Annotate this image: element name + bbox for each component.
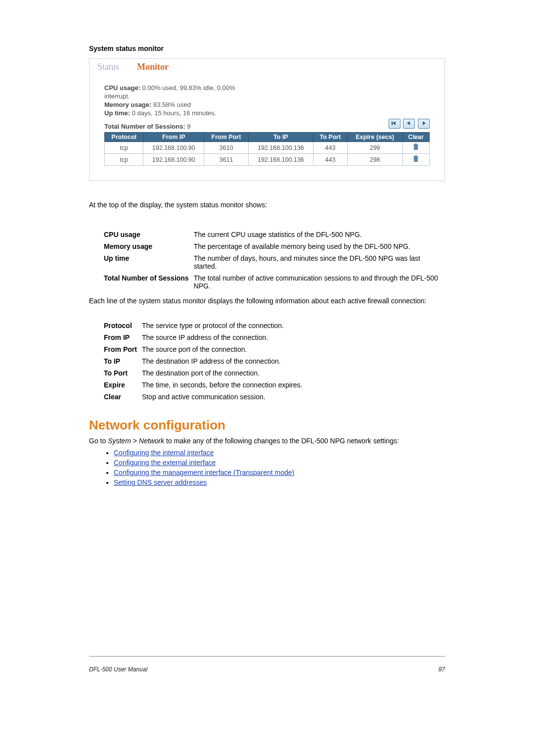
definition-desc: The number of days, hours, and minutes s… (194, 252, 445, 272)
col-defs-table: ProtocolThe service type or protocol of … (104, 320, 307, 403)
list-item: Configuring the management interface (Tr… (114, 469, 445, 476)
cell-to-ip: 192.168.100.136 (248, 142, 313, 154)
svg-rect-8 (413, 156, 418, 157)
footer-divider (89, 656, 445, 657)
definition-row: Memory usageThe percentage of available … (104, 240, 445, 252)
svg-rect-4 (414, 145, 418, 150)
cell-expire: 298 (347, 154, 402, 166)
network-links-list: Configuring the internal interfaceConfig… (114, 449, 445, 486)
definition-term: Clear (104, 391, 142, 403)
definition-term: Up time (104, 252, 194, 272)
definition-term: Expire (104, 379, 142, 391)
net-intro-pre: Go to (89, 437, 108, 445)
definition-row: To PortThe destination port of the conne… (104, 367, 307, 379)
definition-term: To Port (104, 367, 142, 379)
definition-term: From IP (104, 331, 142, 343)
definition-desc: The percentage of available memory being… (194, 240, 445, 252)
table-row: tcp192.168.100.903610192.168.100.1364432… (105, 142, 430, 154)
net-intro-post: to make any of the following changes to … (164, 437, 399, 445)
col-from-port: From Port (204, 133, 248, 142)
cpu-usage-label: CPU usage: (104, 84, 140, 92)
definition-term: Memory usage (104, 240, 194, 252)
page-next-icon[interactable] (418, 119, 430, 129)
cell-protocol: tcp (105, 142, 143, 154)
definition-term: CPU usage (104, 229, 194, 240)
definition-desc: The current CPU usage statistics of the … (194, 229, 445, 240)
doc-link[interactable]: Setting DNS server addresses (114, 478, 207, 486)
tab-status[interactable]: Status (93, 61, 123, 73)
definition-desc: The destination port of the connection. (142, 367, 308, 379)
svg-marker-3 (423, 121, 426, 125)
list-item: Setting DNS server addresses (114, 478, 445, 486)
top-defs-table: CPU usageThe current CPU usage statistic… (104, 229, 445, 292)
definition-row: CPU usageThe current CPU usage statistic… (104, 229, 445, 240)
svg-rect-7 (414, 157, 418, 162)
col-clear: Clear (402, 133, 430, 142)
definition-desc: Stop and active communication session. (142, 391, 308, 403)
section-heading: System status monitor (89, 45, 445, 52)
cell-clear (402, 154, 430, 166)
uptime-value: 0 days, 15 hours, 16 minutes. (132, 109, 217, 117)
list-item: Configuring the internal interface (114, 449, 445, 457)
col-expire: Expire (secs) (347, 133, 402, 142)
col-to-ip: To IP (248, 133, 313, 142)
cell-to-port: 443 (313, 154, 348, 166)
table-row: tcp192.168.100.903611192.168.100.1364432… (105, 154, 430, 166)
svg-marker-0 (393, 121, 396, 125)
page-number: 87 (439, 666, 445, 673)
cell-expire: 299 (347, 142, 402, 154)
net-intro-breadcrumb: System > Network (108, 437, 164, 445)
cell-from-ip: 192.168.100.90 (143, 154, 204, 166)
definition-desc: The source port of the connection. (142, 343, 308, 355)
sessions-table: Protocol From IP From Port To IP To Port… (104, 132, 430, 166)
doc-link[interactable]: Configuring the management interface (Tr… (114, 469, 294, 476)
definition-row: Total Number of SessionsThe total number… (104, 272, 445, 292)
col-from-ip: From IP (143, 133, 204, 142)
cpu-usage-value: 0.00% used, 99.83% idle, 0.00% (142, 84, 235, 92)
svg-marker-2 (407, 121, 410, 125)
cpu-interrupt: interrupt. (104, 93, 430, 100)
paragraph-cols-desc: Each line of the system status monitor d… (89, 297, 445, 305)
memory-usage-value: 63.58% used (153, 101, 191, 108)
trash-icon[interactable] (412, 143, 420, 151)
definition-desc: The destination IP address of the connec… (142, 355, 308, 367)
col-protocol: Protocol (105, 133, 143, 142)
footer-title: DFL-500 User Manual (89, 666, 147, 673)
cell-to-ip: 192.168.100.136 (248, 154, 313, 166)
definition-desc: The source IP address of the connection. (142, 331, 308, 343)
cell-from-ip: 192.168.100.90 (143, 142, 204, 154)
page-first-icon[interactable] (389, 119, 400, 129)
cell-from-port: 3610 (204, 142, 248, 154)
monitor-panel: Status Monitor CPU usage: 0.00% used, 99… (89, 58, 445, 181)
svg-rect-5 (413, 144, 418, 145)
trash-icon[interactable] (412, 155, 420, 163)
definition-term: To IP (104, 355, 142, 367)
cell-from-port: 3611 (204, 154, 248, 166)
definition-desc: The total number of active communication… (194, 272, 445, 292)
network-config-heading: Network configuration (89, 418, 445, 433)
definition-row: ClearStop and active communication sessi… (104, 391, 307, 403)
list-item: Configuring the external interface (114, 459, 445, 467)
cell-protocol: tcp (105, 154, 143, 166)
sessions-total-label: Total Number of Sessions: (104, 123, 185, 130)
definition-row: To IPThe destination IP address of the c… (104, 355, 307, 367)
col-to-port: To Port (313, 133, 348, 142)
definition-desc: The time, in seconds, before the connect… (142, 379, 308, 391)
definition-term: From Port (104, 343, 142, 355)
definition-row: From IPThe source IP address of the conn… (104, 331, 307, 343)
svg-rect-1 (392, 121, 393, 125)
definition-desc: The service type or protocol of the conn… (142, 320, 308, 331)
tab-monitor[interactable]: Monitor (133, 61, 173, 73)
memory-usage-label: Memory usage: (104, 101, 151, 108)
definition-row: Up timeThe number of days, hours, and mi… (104, 252, 445, 272)
doc-link[interactable]: Configuring the external interface (114, 459, 216, 467)
definition-row: ProtocolThe service type or protocol of … (104, 320, 307, 331)
definition-term: Protocol (104, 320, 142, 331)
svg-rect-6 (415, 143, 417, 144)
definition-row: From PortThe source port of the connecti… (104, 343, 307, 355)
cell-clear (402, 142, 430, 154)
definition-row: ExpireThe time, in seconds, before the c… (104, 379, 307, 391)
page-prev-icon[interactable] (403, 119, 415, 129)
doc-link[interactable]: Configuring the internal interface (114, 449, 214, 457)
definition-term: Total Number of Sessions (104, 272, 194, 292)
